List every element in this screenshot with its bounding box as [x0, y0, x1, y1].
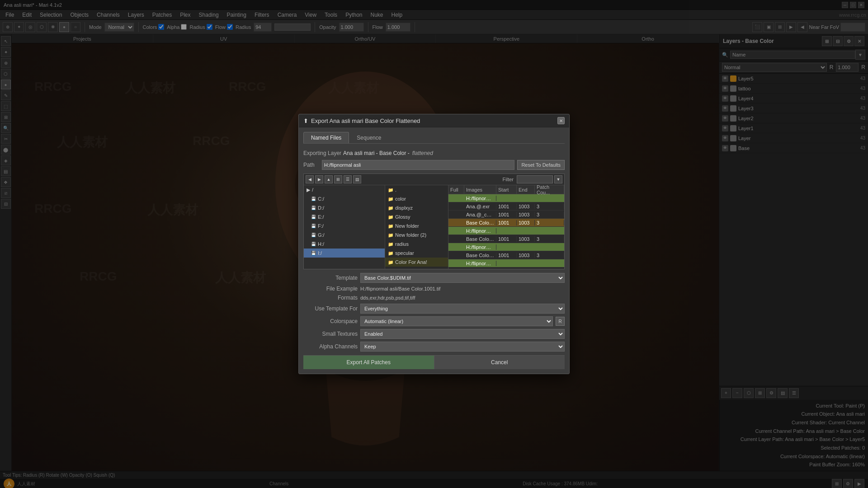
filter-input[interactable] — [517, 175, 553, 183]
browser-up-btn[interactable]: ▲ — [325, 175, 333, 183]
folder-dot[interactable]: 📁 . — [385, 185, 448, 194]
file-browser: ◀ ▶ ▲ ⊞ ☰ ▤ Filter ▼ ▶ / — [303, 174, 565, 269]
folder-specular[interactable]: 📁 specular — [385, 249, 448, 258]
tab-named-files[interactable]: Named Files — [303, 132, 349, 143]
template-select[interactable]: Base Color.$UDIM.tif — [360, 273, 565, 283]
exporting-tag: flattened — [412, 150, 433, 156]
exporting-layer-row: Exporting Layer Ana asli mari - Base Col… — [303, 148, 565, 158]
folder-dot-label: . — [395, 187, 396, 192]
folder-specular-label: specular — [395, 250, 414, 256]
file-row-ana-copy[interactable]: Ana.@_copy.exr 1001 1003 3 — [448, 211, 564, 219]
small-textures-row: Small Textures Enabled — [303, 329, 565, 339]
file-example-row: File Example H:/flipnormal asli/Base Col… — [303, 286, 565, 292]
template-row: Template Base Color.$UDIM.tif — [303, 273, 565, 283]
row-disp-image: H:/flipnormal asli/displxyz — [464, 244, 496, 250]
row-bc2-image: Base Color@.tif — [464, 236, 496, 242]
file-list-body: H:/flipnormal asli Ana.@.exr 1001 1003 — [448, 194, 564, 269]
browser-list-view-btn[interactable]: ☰ — [344, 175, 352, 183]
d-drive-icon: 💾 — [311, 206, 316, 210]
folder-new2[interactable]: 📁 New folder (2) — [385, 230, 448, 239]
col-full: Full — [448, 185, 464, 194]
tree-i-drive[interactable]: 💾 I:/ — [304, 249, 385, 258]
alpha-channels-label: Alpha Channels — [303, 343, 358, 350]
h-drive-label: H:/ — [318, 241, 324, 247]
f-drive-icon: 💾 — [311, 224, 316, 228]
file-row-base-color-tif[interactable]: Base Color@.tif 1001 1003 3 — [448, 219, 564, 227]
folder-glossy-icon: 📁 — [388, 215, 393, 220]
folder-new[interactable]: 📁 New folder — [385, 221, 448, 230]
file-row-base-color-3[interactable]: Base Color@.tif 1001 1003 3 — [448, 251, 564, 259]
tab-sequence[interactable]: Sequence — [349, 132, 389, 143]
row-bc-end: 1003 — [517, 220, 535, 225]
dialog-body: Named Files Sequence Exporting Layer Ana… — [299, 127, 569, 374]
browser-forward-btn[interactable]: ▶ — [315, 175, 323, 183]
modal-overlay: ⬆ Export Ana asli mari Base Color Flatte… — [0, 0, 868, 488]
row-copy-image: Ana.@_copy.exr — [464, 212, 496, 217]
g-drive-label: G:/ — [318, 232, 325, 238]
col-patches: Patch Cou... — [535, 185, 564, 194]
tree-d-drive[interactable]: 💾 D:/ — [304, 203, 385, 212]
dialog-icon: ⬆ — [303, 117, 308, 124]
use-template-select[interactable]: Everything — [360, 304, 565, 314]
file-row-displxyz-dir[interactable]: H:/flipnormal asli/displxyz — [448, 243, 564, 251]
folder-glossy[interactable]: 📁 Glossy — [385, 212, 448, 221]
row-copy-start: 1001 — [496, 212, 517, 217]
colorspace-r-button[interactable]: R — [556, 317, 565, 326]
alpha-channels-select[interactable]: Keep — [360, 342, 565, 352]
folder-radius-icon: 📁 — [388, 242, 393, 247]
template-label: Template — [303, 275, 358, 281]
filter-label: Filter — [503, 177, 514, 182]
file-row-glossy-dir[interactable]: H:/flipnormal asli/Glossy — [448, 259, 564, 267]
dialog-close-button[interactable]: ✕ — [557, 117, 565, 124]
tree-g-drive[interactable]: 💾 G:/ — [304, 230, 385, 239]
file-row-base-color-2[interactable]: Base Color@.tif 1001 1003 3 — [448, 235, 564, 243]
dialog-tabs: Named Files Sequence — [303, 132, 565, 144]
tree-e-drive[interactable]: 💾 E:/ — [304, 212, 385, 221]
colorspace-select[interactable]: Automatic (linear) — [360, 316, 553, 326]
folder-radius-label: radius — [395, 241, 409, 247]
file-row-color-dir[interactable]: H:/flipnormal asli/color — [448, 227, 564, 235]
export-all-patches-button[interactable]: Export All Patches — [303, 356, 434, 369]
formats-label: Formats — [303, 295, 358, 301]
export-dialog: ⬆ Export Ana asli mari Base Color Flatte… — [298, 114, 570, 374]
folder-radius[interactable]: 📁 radius — [385, 239, 448, 249]
f-drive-label: F:/ — [318, 223, 324, 229]
file-row-ana-exr[interactable]: Ana.@.exr 1001 1003 3 — [448, 202, 564, 211]
row-bc3-start: 1001 — [496, 253, 517, 258]
dialog-title-text: Export Ana asli mari Base Color Flattene… — [311, 117, 420, 124]
c-drive-icon: 💾 — [311, 197, 316, 201]
tree-c-drive[interactable]: 💾 C:/ — [304, 194, 385, 203]
filter-options-btn[interactable]: ▼ — [554, 175, 562, 183]
exporting-name: Ana asli mari - Base Color - — [343, 150, 410, 156]
folder-color-for-ana[interactable]: 📁 Color For Ana! — [385, 258, 448, 267]
reset-defaults-button[interactable]: Reset To Defaults — [517, 160, 565, 170]
row-bc4-end: 1003 — [517, 269, 535, 269]
tree-root[interactable]: ▶ / — [304, 185, 385, 194]
row-ana-end: 1003 — [517, 204, 535, 209]
row-bc4-patches: 3 — [535, 269, 564, 269]
browser-detail-view-btn[interactable]: ▤ — [353, 175, 361, 183]
tree-f-drive[interactable]: 💾 F:/ — [304, 221, 385, 230]
file-row-base-color-4[interactable]: Base Color@.tif 1001 1003 3 — [448, 267, 564, 269]
row-bc-image: Base Color@.tif — [464, 220, 496, 225]
path-input[interactable] — [322, 160, 514, 170]
browser-back-btn[interactable]: ◀ — [306, 175, 314, 183]
folder-color[interactable]: 📁 color — [385, 194, 448, 203]
row-bc3-end: 1003 — [517, 253, 535, 258]
folder-displxyz-label: displxyz — [395, 205, 413, 211]
cancel-button[interactable]: Cancel — [434, 356, 565, 369]
small-textures-select[interactable]: Enabled — [360, 329, 565, 339]
row-ana-start: 1001 — [496, 204, 517, 209]
tree-h-drive[interactable]: 💾 H:/ — [304, 239, 385, 249]
folder-cfa-icon: 📁 — [388, 260, 393, 265]
folder-new-icon: 📁 — [388, 224, 393, 229]
folder-displxyz[interactable]: 📁 displxyz — [385, 203, 448, 212]
row-bc2-patches: 3 — [535, 236, 564, 242]
use-template-label: Use Template For — [303, 305, 358, 312]
browser-icon-view-btn[interactable]: ⊞ — [334, 175, 342, 183]
i-drive-label: I:/ — [318, 250, 322, 256]
dialog-title: ⬆ Export Ana asli mari Base Color Flatte… — [303, 117, 420, 124]
root-icon: ▶ — [307, 187, 310, 193]
browser-content: ▶ / 💾 C:/ 💾 D:/ 💾 E:/ — [304, 185, 564, 269]
file-row-root[interactable]: H:/flipnormal asli — [448, 194, 564, 202]
